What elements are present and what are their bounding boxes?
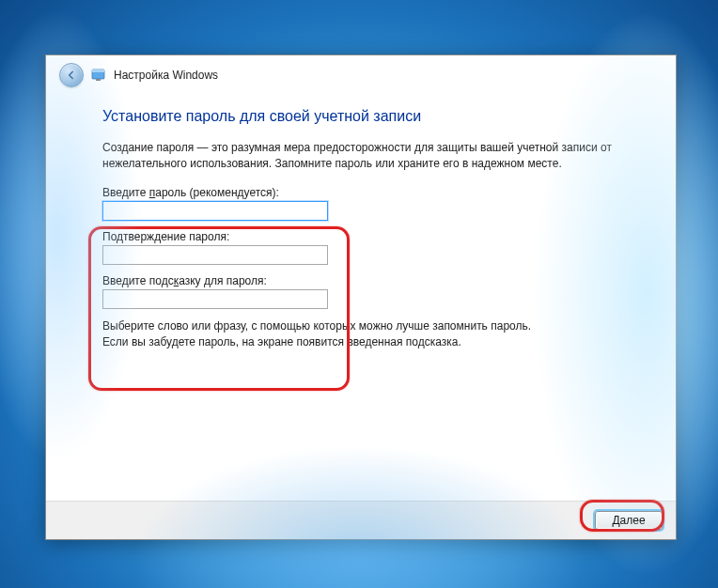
window-title: Настройка Windows (114, 69, 218, 82)
window-header: Настройка Windows (46, 55, 676, 93)
hint-input[interactable] (102, 289, 328, 309)
confirm-input[interactable] (102, 245, 328, 265)
hint-help-text: Выберите слово или фразу, с помощью кото… (102, 318, 631, 351)
password-field-group: Введите пароль (рекомендуется): (102, 186, 631, 221)
svg-rect-2 (96, 79, 101, 81)
confirm-field-group: Подтверждение пароля: (102, 230, 631, 265)
setup-window: Настройка Windows Установите пароль для … (45, 54, 677, 540)
window-footer: Далее (46, 501, 676, 539)
svg-rect-1 (92, 70, 104, 72)
back-button[interactable] (59, 63, 84, 87)
hint-label: Введите подсказку для пароля: (102, 274, 631, 287)
password-form: Введите пароль (рекомендуется): Подтверж… (102, 186, 631, 309)
password-label: Введите пароль (рекомендуется): (102, 186, 631, 199)
page-title: Установите пароль для своей учетной запи… (102, 108, 631, 125)
content-area: Установите пароль для своей учетной запи… (46, 93, 676, 501)
confirm-label: Подтверждение пароля: (102, 230, 631, 243)
password-input[interactable] (102, 201, 328, 221)
next-button[interactable]: Далее (595, 511, 663, 530)
hint-field-group: Введите подсказку для пароля: (102, 274, 631, 309)
arrow-left-icon (65, 69, 78, 82)
windows-setup-icon (91, 68, 106, 83)
page-description: Создание пароля — это разумная мера пред… (102, 140, 631, 173)
